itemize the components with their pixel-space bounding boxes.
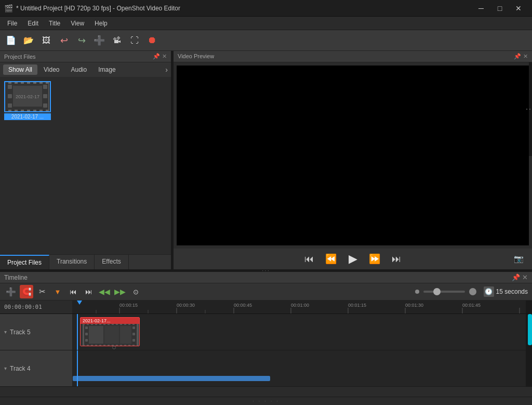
- track-5-collapse[interactable]: ▾: [4, 329, 7, 335]
- tab-project-files[interactable]: Project Files: [0, 255, 49, 269]
- svg-rect-2: [8, 94, 12, 98]
- track-5-name: Track 5: [10, 329, 31, 336]
- preview-close-icon[interactable]: ✕: [523, 53, 528, 60]
- svg-rect-4: [43, 85, 47, 89]
- title-bar: 🎬 * Untitled Project [HD 720p 30 fps] - …: [0, 0, 532, 17]
- track-4-scrollbar-right[interactable]: [526, 350, 532, 386]
- timeline-bottom-separator: · · · · ·: [0, 397, 532, 405]
- clip-film-svg: [84, 325, 136, 345]
- clip-header: 2021-02-17...: [81, 318, 139, 324]
- prev-marker-button[interactable]: ⏮: [66, 285, 80, 298]
- track-5-content[interactable]: 2021-02-17...: [73, 314, 526, 350]
- recent-button[interactable]: 🖼: [38, 33, 54, 48]
- panel-close-icon[interactable]: ✕: [162, 53, 167, 60]
- import-button[interactable]: 📽: [109, 33, 125, 48]
- track-4-content[interactable]: [73, 350, 526, 386]
- filter-more-arrow[interactable]: ›: [165, 66, 168, 74]
- clip-block-1[interactable]: 2021-02-17...: [80, 317, 140, 346]
- track-4-bar: [73, 376, 270, 381]
- skip-forward-button[interactable]: ⏭: [389, 252, 404, 266]
- project-files-area: 2021-02-17 2021-02-17 ...: [0, 77, 171, 254]
- play-button[interactable]: ▶: [345, 252, 360, 266]
- track-scrollbar-right[interactable]: [526, 314, 532, 350]
- prev-frame-button[interactable]: ◀◀: [98, 285, 111, 298]
- maximize-button[interactable]: □: [490, 0, 509, 17]
- close-button[interactable]: ✕: [509, 0, 528, 17]
- filter-image[interactable]: Image: [93, 64, 121, 75]
- track-4-collapse[interactable]: ▾: [4, 365, 7, 371]
- filter-tabs: Show All Video Audio Image ›: [0, 62, 171, 77]
- record-button[interactable]: ⏺: [144, 33, 160, 48]
- fullscreen-button[interactable]: ⛶: [127, 33, 142, 48]
- file-thumbnail: 2021-02-17: [4, 81, 51, 112]
- toolbar: 📄 📂 🖼 ↩ ↪ ➕ 📽 ⛶ ⏺: [0, 30, 532, 51]
- preview-pin-icon[interactable]: 📌: [514, 53, 521, 60]
- svg-rect-27: [89, 326, 103, 344]
- track-4-name: Track 4: [10, 365, 31, 372]
- timeline-header: Timeline 📌 ✕: [0, 272, 532, 283]
- enable-snapping-button[interactable]: 🧲: [20, 285, 33, 298]
- timeline-label: Timeline: [4, 274, 28, 281]
- add-button[interactable]: ➕: [91, 33, 107, 48]
- ruler-right-spacer: [526, 301, 532, 313]
- jump-start-button[interactable]: ▼: [51, 285, 64, 298]
- svg-rect-1: [8, 85, 12, 89]
- add-track-button[interactable]: ➕: [4, 285, 18, 298]
- video-controls: ⏮ ⏪ ▶ ⏩ ⏭ 📷: [174, 249, 532, 269]
- svg-rect-24: [132, 326, 135, 329]
- tab-effects[interactable]: Effects: [95, 255, 128, 269]
- timeline-body: 00:00:00:01 00:00:15 00:00:30 00:00:45 0…: [0, 301, 532, 405]
- zoom-out-icon: [415, 290, 419, 294]
- main-layout: Project Files 📌 ✕ Show All Video Audio I…: [0, 51, 532, 405]
- redo-button[interactable]: ↪: [74, 33, 89, 48]
- tab-transitions[interactable]: Transitions: [49, 255, 95, 269]
- video-preview-panel: Video Preview 📌 ✕ ⏮ ⏪ ▶ ⏩ ⏭ 📷: [174, 51, 532, 269]
- timeline-toolbar: ➕ 🧲 ✂ ▼ ⏮ ⏭ ◀◀ ▶▶ ⊙ 🕐 15 seconds: [0, 283, 532, 301]
- timeline-section: Timeline 📌 ✕ ➕ 🧲 ✂ ▼ ⏮ ⏭ ◀◀ ▶▶ ⊙: [0, 271, 532, 405]
- resize-handle-vertical[interactable]: ⋮: [529, 62, 532, 156]
- new-button[interactable]: 📄: [3, 33, 19, 48]
- menu-view[interactable]: View: [65, 19, 89, 28]
- center-timeline-button[interactable]: ⊙: [129, 285, 142, 298]
- skip-back-button[interactable]: ⏮: [302, 252, 316, 266]
- track-5-label[interactable]: ▾ Track 5: [0, 314, 73, 350]
- top-panels: Project Files 📌 ✕ Show All Video Audio I…: [0, 51, 532, 269]
- svg-rect-29: [120, 326, 131, 344]
- zoom-label: 15 seconds: [496, 288, 528, 295]
- track-4-label[interactable]: ▾ Track 4: [0, 350, 73, 386]
- timeline-pin-icon[interactable]: 📌: [512, 273, 520, 281]
- rewind-button[interactable]: ⏪: [324, 252, 338, 266]
- menu-edit[interactable]: Edit: [22, 19, 44, 28]
- menu-help[interactable]: Help: [89, 19, 113, 28]
- filter-video[interactable]: Video: [38, 64, 64, 75]
- clip-resize-handle[interactable]: ⬡: [111, 346, 116, 349]
- undo-button[interactable]: ↩: [56, 33, 72, 48]
- next-frame-button[interactable]: ▶▶: [113, 285, 127, 298]
- film-icon: 2021-02-17: [7, 84, 48, 110]
- minimize-button[interactable]: ─: [472, 0, 490, 17]
- menu-file[interactable]: File: [2, 19, 22, 28]
- left-panel-header: Project Files 📌 ✕: [0, 51, 171, 62]
- video-preview-label: Video Preview: [178, 53, 214, 60]
- panel-pin-icon[interactable]: 📌: [153, 53, 160, 60]
- camera-button[interactable]: 📷: [511, 252, 526, 266]
- svg-rect-23: [85, 339, 88, 342]
- magnet-icon: 🧲: [22, 288, 31, 296]
- svg-rect-21: [85, 326, 88, 329]
- filter-show-all[interactable]: Show All: [3, 64, 37, 75]
- ruler-svg: [73, 301, 526, 313]
- window-title: * Untitled Project [HD 720p 30 fps] - Op…: [16, 5, 472, 12]
- tracks-area[interactable]: ▾ Track 5 2021-02-17...: [0, 314, 532, 397]
- filter-audio[interactable]: Audio: [66, 64, 92, 75]
- file-item[interactable]: 2021-02-17 2021-02-17 ...: [4, 81, 51, 120]
- razor-button[interactable]: ✂: [35, 285, 49, 298]
- open-button[interactable]: 📂: [21, 33, 36, 48]
- svg-text:2021-02-17: 2021-02-17: [16, 94, 39, 99]
- zoom-slider[interactable]: [423, 291, 465, 293]
- timeline-close-icon[interactable]: ✕: [522, 273, 528, 281]
- zoom-slider-area: 🕐 15 seconds: [415, 286, 528, 297]
- menu-title[interactable]: Title: [44, 19, 65, 28]
- left-panel: Project Files 📌 ✕ Show All Video Audio I…: [0, 51, 171, 269]
- next-marker-button[interactable]: ⏭: [82, 285, 96, 298]
- fast-forward-button[interactable]: ⏩: [367, 252, 382, 266]
